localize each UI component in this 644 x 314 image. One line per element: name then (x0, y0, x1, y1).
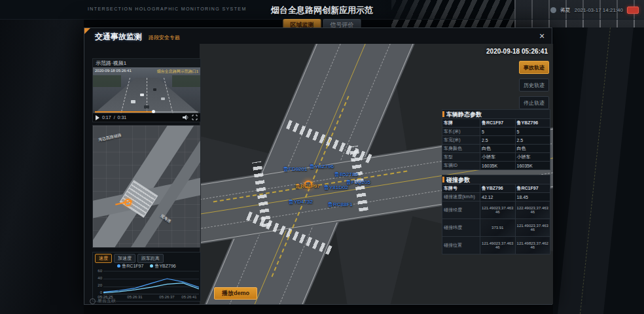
header-datetime: 2021-03-17 14:21:40 (575, 7, 623, 13)
y-axis-label: 0 (94, 290, 102, 294)
modal-corner-accent (84, 28, 90, 34)
table-cell-thumbnail: 121.49023,37.46346 (480, 201, 516, 219)
static-params-table: 车牌 鲁RC1F97 鲁YBZ796 车长(米) 5 5 车宽(米) 2.5 2… (442, 118, 550, 170)
history-track-button[interactable]: 历史轨迹 (519, 78, 549, 92)
app-title: 烟台全息路网创新应用示范 (0, 5, 644, 16)
table-row: 车长(米) 5 5 (442, 128, 550, 136)
header-user-area: 蒋夏 2021-03-17 14:21:40 (550, 0, 639, 20)
table-cell: 车牌 (442, 119, 480, 128)
table-cell: 碰撞位置 (442, 237, 480, 254)
background-road-right (553, 27, 644, 314)
table-row: 车宽(米) 2.5 2.5 (442, 136, 550, 145)
vendor-logo-icon (90, 298, 96, 304)
volume-icon[interactable] (183, 114, 189, 120)
metric-tab-speed[interactable]: 速度 (95, 254, 112, 263)
modal-subtitle: 路段安全专题 (149, 34, 180, 41)
video-panel-title: 示范路·视频1 (93, 59, 200, 67)
fullscreen-icon[interactable] (192, 114, 198, 120)
metric-tab-acceleration[interactable]: 加速度 (114, 254, 135, 263)
legend-item: 鲁YBZ796 (150, 263, 175, 270)
video-progress-bar[interactable] (95, 111, 198, 113)
video-frame[interactable]: 2020-09-18 05:26:41 烟台全息路网示范路口1 (93, 67, 200, 114)
modal-title: 交通事故监测 (95, 31, 142, 43)
table-cell-thumbnail: 121.49023,37.46346 (515, 219, 550, 237)
roadside-green (93, 75, 121, 87)
table-cell: 车长(米) (442, 128, 480, 136)
chart-legend: 鲁RC1F97 鲁YBZ796 (93, 263, 200, 270)
intersection-3d-view[interactable]: 鲁FD9201 鲁YBZ796 鲁B52T86 鲁Y81D02 鲁F1Q205 … (200, 44, 553, 304)
user-name: 蒋夏 (560, 7, 571, 14)
table-cell: 车辆ID (442, 162, 480, 170)
accident-vehicle-label[interactable]: 鲁RC1F97 (295, 183, 320, 190)
table-row: 碰撞纬度 373.91 121.49023,37.46346 (442, 219, 550, 237)
y-axis-label: 20 (94, 283, 102, 287)
collision-params-title: 碰撞参数 (442, 175, 550, 184)
y-axis-label: 60 (94, 269, 102, 273)
video-progress-fill (95, 111, 152, 113)
minimap-panel[interactable]: 海边西路辅路 观海路 (92, 125, 201, 248)
background-bottom-strip (84, 305, 553, 314)
vehicle-plate-label[interactable]: 鲁YBZ796 (310, 163, 334, 170)
video-osd-time: 2020-09-18 05:26:41 (95, 69, 132, 73)
table-cell: 16035K (480, 162, 516, 170)
background-road-left (0, 20, 84, 314)
accident-track-button[interactable]: 事故轨迹 (519, 61, 549, 74)
vehicle-plate-label[interactable]: 鲁F1Q205 (346, 179, 370, 186)
table-cell: 小轿车 (480, 153, 516, 162)
vehicle-plate-label[interactable]: 鲁RC88F1 (328, 201, 353, 208)
table-cell: 车宽(米) (442, 136, 480, 145)
table-cell-thumbnail: 121.49823,37.46246 (515, 237, 550, 254)
table-cell-thumbnail: 373.91 (480, 219, 516, 237)
close-icon[interactable]: × (536, 30, 548, 42)
table-row: 车牌 鲁RC1F97 鲁YBZ796 (442, 119, 550, 128)
legend-dot-0 (117, 264, 120, 268)
stop-track-button[interactable]: 停止轨迹 (519, 96, 549, 109)
vehicle-plate-label[interactable]: 鲁B52T86 (334, 171, 358, 178)
accident-monitor-modal: 交通事故监测 路段安全专题 × 鲁FD9201 鲁YBZ796 (84, 27, 552, 305)
vendor-name: 星云互联 (98, 298, 116, 304)
table-cell: 16035K (515, 162, 550, 170)
video-current-time: 0:17 (102, 115, 111, 120)
table-row: 车辆ID 16035K 16035K (442, 162, 550, 170)
table-cell: 鲁RC1F97 (480, 119, 516, 128)
car (161, 97, 165, 100)
legend-item: 鲁RC1F97 (117, 263, 143, 270)
video-time-separator: / (114, 115, 115, 120)
legend-label: 鲁YBZ796 (154, 264, 175, 268)
table-cell: 碰撞纬度 (442, 219, 480, 237)
demo-play-button[interactable]: 播放demo (214, 287, 257, 300)
table-cell: 白色 (480, 145, 516, 153)
legend-dot-1 (150, 264, 153, 268)
location-marker (124, 199, 132, 206)
table-cell: 鲁RC1F97 (515, 184, 550, 193)
table-row: 车型 小轿车 小轿车 (442, 153, 550, 162)
speed-chart-svg (103, 271, 199, 294)
table-cell-thumbnail: 122.49023,37.46346 (515, 201, 550, 219)
table-row: 车身颜色 白色 白色 (442, 145, 550, 153)
video-total-time: 0:31 (118, 115, 127, 120)
speed-chart-panel: 速度 加速度 跟车距离 鲁RC1F97 鲁YBZ796 60 40 20 0 0… (92, 252, 201, 302)
table-cell: 小轿车 (515, 153, 550, 162)
table-cell: 42.12 (480, 193, 516, 201)
table-cell: 车型 (442, 153, 480, 162)
video-panel: 示范路·视频1 2020-09-18 05:26:41 烟台全息路网示范路口1 … (92, 58, 201, 122)
table-cell: 5 (515, 128, 550, 136)
vehicle-plate-label[interactable]: 鲁Y81D02 (324, 184, 348, 191)
metric-tab-gap[interactable]: 跟车距离 (137, 254, 164, 263)
vehicle-plate-label[interactable]: 鲁YD4732 (289, 198, 313, 205)
y-axis-label: 40 (94, 276, 102, 280)
x-axis-label: 05:26:37 (154, 295, 179, 299)
user-avatar-icon (550, 7, 556, 13)
video-controls: 0:17 / 0:31 (93, 113, 200, 122)
car (144, 105, 149, 109)
x-axis-label: 05:26:41 (177, 295, 202, 299)
car (153, 88, 156, 91)
exit-button[interactable] (627, 7, 639, 14)
table-cell: 鲁YBZ796 (515, 119, 550, 128)
static-params-title: 车辆静态参数 (442, 109, 550, 118)
table-row: 碰撞速度(km/h) 42.12 18.45 (442, 193, 550, 201)
table-cell: 5 (480, 128, 516, 136)
vehicle-plate-label[interactable]: 鲁FD9201 (283, 166, 307, 173)
lane-line (147, 78, 147, 114)
play-icon[interactable] (96, 115, 99, 120)
